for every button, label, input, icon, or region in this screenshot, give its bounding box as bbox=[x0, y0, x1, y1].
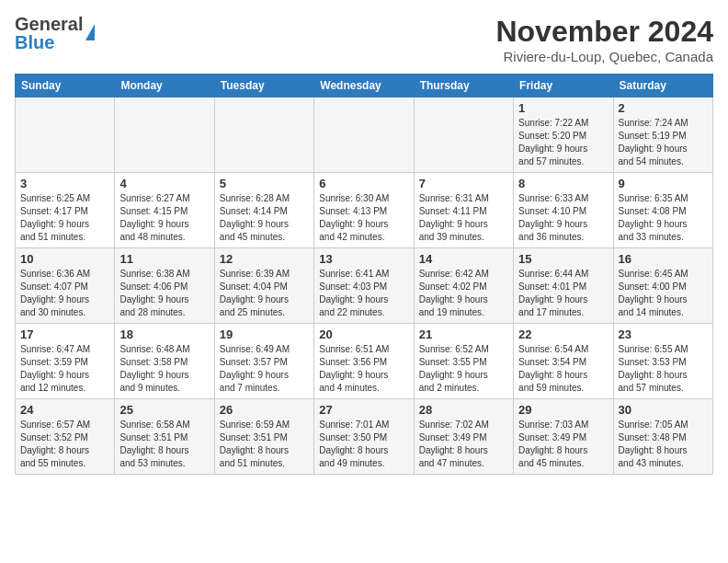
day-number: 24 bbox=[20, 403, 109, 417]
calendar-day-cell bbox=[414, 98, 513, 173]
day-number: 9 bbox=[619, 177, 708, 190]
calendar-day-cell: 25Sunrise: 6:58 AM Sunset: 3:51 PM Dayli… bbox=[115, 399, 214, 475]
day-info: Sunrise: 6:47 AM Sunset: 3:59 PM Dayligh… bbox=[20, 343, 109, 395]
day-info: Sunrise: 6:25 AM Sunset: 4:17 PM Dayligh… bbox=[20, 192, 109, 244]
calendar-day-cell: 11Sunrise: 6:38 AM Sunset: 4:06 PM Dayli… bbox=[115, 248, 214, 324]
calendar-day-cell: 26Sunrise: 6:59 AM Sunset: 3:51 PM Dayli… bbox=[214, 399, 313, 475]
day-number: 28 bbox=[419, 403, 508, 417]
calendar-day-cell: 18Sunrise: 6:48 AM Sunset: 3:58 PM Dayli… bbox=[115, 324, 214, 399]
calendar-day-cell bbox=[314, 98, 414, 173]
calendar-day-cell: 10Sunrise: 6:36 AM Sunset: 4:07 PM Dayli… bbox=[16, 248, 115, 324]
calendar-day-cell: 15Sunrise: 6:44 AM Sunset: 4:01 PM Dayli… bbox=[514, 248, 613, 324]
logo-general-text: General bbox=[15, 15, 83, 33]
calendar-day-cell: 17Sunrise: 6:47 AM Sunset: 3:59 PM Dayli… bbox=[16, 324, 115, 399]
day-info: Sunrise: 6:49 AM Sunset: 3:57 PM Dayligh… bbox=[220, 343, 309, 395]
day-info: Sunrise: 6:35 AM Sunset: 4:08 PM Dayligh… bbox=[619, 192, 708, 244]
day-info: Sunrise: 6:33 AM Sunset: 4:10 PM Dayligh… bbox=[518, 192, 608, 244]
day-number: 7 bbox=[419, 177, 508, 190]
day-info: Sunrise: 6:36 AM Sunset: 4:07 PM Dayligh… bbox=[20, 268, 109, 319]
day-info: Sunrise: 7:24 AM Sunset: 5:19 PM Dayligh… bbox=[619, 117, 708, 168]
calendar-day-cell: 16Sunrise: 6:45 AM Sunset: 4:00 PM Dayli… bbox=[613, 248, 712, 324]
weekday-header: Friday bbox=[514, 75, 613, 98]
day-number: 3 bbox=[20, 177, 109, 190]
day-number: 8 bbox=[518, 177, 608, 190]
day-info: Sunrise: 7:05 AM Sunset: 3:48 PM Dayligh… bbox=[619, 419, 708, 470]
calendar-header-row: SundayMondayTuesdayWednesdayThursdayFrid… bbox=[16, 75, 713, 98]
day-info: Sunrise: 6:58 AM Sunset: 3:51 PM Dayligh… bbox=[119, 419, 209, 470]
calendar-week-row: 17Sunrise: 6:47 AM Sunset: 3:59 PM Dayli… bbox=[16, 324, 713, 399]
calendar-day-cell: 19Sunrise: 6:49 AM Sunset: 3:57 PM Dayli… bbox=[214, 324, 313, 399]
calendar-table: SundayMondayTuesdayWednesdayThursdayFrid… bbox=[15, 74, 713, 475]
calendar-day-cell: 1Sunrise: 7:22 AM Sunset: 5:20 PM Daylig… bbox=[514, 98, 613, 173]
day-info: Sunrise: 7:02 AM Sunset: 3:49 PM Dayligh… bbox=[419, 419, 508, 470]
day-number: 19 bbox=[220, 327, 309, 341]
calendar-day-cell: 28Sunrise: 7:02 AM Sunset: 3:49 PM Dayli… bbox=[414, 399, 513, 475]
day-number: 11 bbox=[119, 252, 209, 266]
day-info: Sunrise: 6:39 AM Sunset: 4:04 PM Dayligh… bbox=[220, 268, 309, 319]
calendar-week-row: 1Sunrise: 7:22 AM Sunset: 5:20 PM Daylig… bbox=[16, 98, 713, 173]
day-info: Sunrise: 6:54 AM Sunset: 3:54 PM Dayligh… bbox=[518, 343, 608, 395]
day-info: Sunrise: 7:22 AM Sunset: 5:20 PM Dayligh… bbox=[518, 117, 608, 168]
day-number: 13 bbox=[319, 252, 408, 266]
day-info: Sunrise: 6:51 AM Sunset: 3:56 PM Dayligh… bbox=[319, 343, 408, 395]
day-number: 20 bbox=[319, 327, 408, 341]
day-number: 25 bbox=[119, 403, 209, 417]
day-info: Sunrise: 7:01 AM Sunset: 3:50 PM Dayligh… bbox=[319, 419, 408, 470]
location-subtitle: Riviere-du-Loup, Quebec, Canada bbox=[495, 49, 713, 64]
calendar-day-cell: 24Sunrise: 6:57 AM Sunset: 3:52 PM Dayli… bbox=[16, 399, 115, 475]
calendar-day-cell: 29Sunrise: 7:03 AM Sunset: 3:49 PM Dayli… bbox=[514, 399, 613, 475]
day-info: Sunrise: 6:57 AM Sunset: 3:52 PM Dayligh… bbox=[20, 419, 109, 470]
calendar-day-cell: 13Sunrise: 6:41 AM Sunset: 4:03 PM Dayli… bbox=[314, 248, 414, 324]
day-number: 12 bbox=[220, 252, 309, 266]
day-info: Sunrise: 6:52 AM Sunset: 3:55 PM Dayligh… bbox=[419, 343, 508, 395]
calendar-day-cell: 20Sunrise: 6:51 AM Sunset: 3:56 PM Dayli… bbox=[314, 324, 414, 399]
day-number: 15 bbox=[518, 252, 608, 266]
calendar-day-cell bbox=[16, 98, 115, 173]
day-info: Sunrise: 6:31 AM Sunset: 4:11 PM Dayligh… bbox=[419, 192, 508, 244]
day-info: Sunrise: 6:38 AM Sunset: 4:06 PM Dayligh… bbox=[119, 268, 209, 319]
day-number: 21 bbox=[419, 327, 508, 341]
day-info: Sunrise: 6:55 AM Sunset: 3:53 PM Dayligh… bbox=[619, 343, 708, 395]
day-number: 6 bbox=[319, 177, 408, 190]
day-number: 26 bbox=[220, 403, 309, 417]
calendar-week-row: 10Sunrise: 6:36 AM Sunset: 4:07 PM Dayli… bbox=[16, 248, 713, 324]
day-number: 17 bbox=[20, 327, 109, 341]
logo-triangle-icon bbox=[85, 24, 95, 40]
logo-blue-text: Blue bbox=[15, 33, 83, 52]
calendar-week-row: 3Sunrise: 6:25 AM Sunset: 4:17 PM Daylig… bbox=[16, 173, 713, 248]
day-info: Sunrise: 6:48 AM Sunset: 3:58 PM Dayligh… bbox=[119, 343, 209, 395]
day-number: 14 bbox=[419, 252, 508, 266]
day-number: 4 bbox=[119, 177, 209, 190]
calendar-day-cell: 30Sunrise: 7:05 AM Sunset: 3:48 PM Dayli… bbox=[613, 399, 712, 475]
weekday-header: Saturday bbox=[613, 75, 712, 98]
weekday-header: Wednesday bbox=[314, 75, 414, 98]
logo-text: General Blue bbox=[15, 15, 83, 52]
calendar-day-cell: 27Sunrise: 7:01 AM Sunset: 3:50 PM Dayli… bbox=[314, 399, 414, 475]
weekday-header: Sunday bbox=[16, 75, 115, 98]
calendar-week-row: 24Sunrise: 6:57 AM Sunset: 3:52 PM Dayli… bbox=[16, 399, 713, 475]
day-number: 18 bbox=[119, 327, 209, 341]
weekday-header: Monday bbox=[115, 75, 214, 98]
day-info: Sunrise: 7:03 AM Sunset: 3:49 PM Dayligh… bbox=[518, 419, 608, 470]
day-number: 2 bbox=[619, 101, 708, 115]
calendar-day-cell bbox=[214, 98, 313, 173]
title-area: November 2024 Riviere-du-Loup, Quebec, C… bbox=[495, 15, 713, 64]
day-number: 1 bbox=[518, 101, 608, 115]
calendar-day-cell bbox=[115, 98, 214, 173]
month-title: November 2024 bbox=[495, 15, 713, 49]
header: General Blue November 2024 Riviere-du-Lo… bbox=[15, 15, 713, 64]
calendar-day-cell: 8Sunrise: 6:33 AM Sunset: 4:10 PM Daylig… bbox=[514, 173, 613, 248]
day-info: Sunrise: 6:27 AM Sunset: 4:15 PM Dayligh… bbox=[119, 192, 209, 244]
calendar-day-cell: 23Sunrise: 6:55 AM Sunset: 3:53 PM Dayli… bbox=[613, 324, 712, 399]
calendar-day-cell: 4Sunrise: 6:27 AM Sunset: 4:15 PM Daylig… bbox=[115, 173, 214, 248]
day-number: 22 bbox=[518, 327, 608, 341]
day-info: Sunrise: 6:44 AM Sunset: 4:01 PM Dayligh… bbox=[518, 268, 608, 319]
calendar-day-cell: 3Sunrise: 6:25 AM Sunset: 4:17 PM Daylig… bbox=[16, 173, 115, 248]
logo: General Blue bbox=[15, 15, 95, 52]
weekday-header: Tuesday bbox=[214, 75, 313, 98]
calendar-day-cell: 5Sunrise: 6:28 AM Sunset: 4:14 PM Daylig… bbox=[214, 173, 313, 248]
calendar-day-cell: 6Sunrise: 6:30 AM Sunset: 4:13 PM Daylig… bbox=[314, 173, 414, 248]
day-info: Sunrise: 6:59 AM Sunset: 3:51 PM Dayligh… bbox=[220, 419, 309, 470]
day-number: 23 bbox=[619, 327, 708, 341]
day-number: 16 bbox=[619, 252, 708, 266]
